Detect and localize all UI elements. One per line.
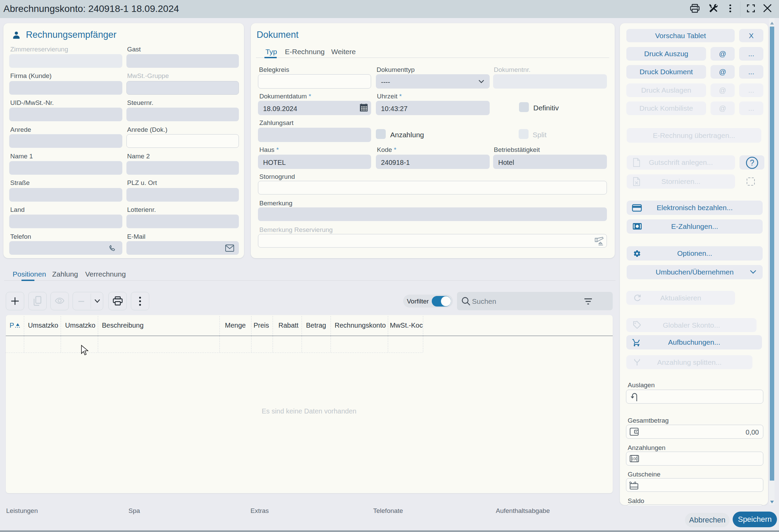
svg-text:100: 100 <box>631 457 637 461</box>
svg-text:?: ? <box>750 158 754 167</box>
